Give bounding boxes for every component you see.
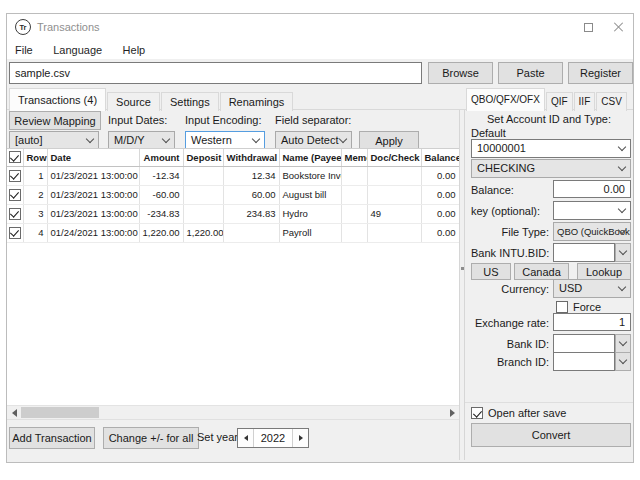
input-encoding-value: Western (191, 134, 232, 146)
cell-memo[interactable] (341, 166, 367, 185)
chevron-down-icon (618, 282, 626, 290)
cell-deposit[interactable]: 1,220.00 (183, 223, 223, 242)
paste-button[interactable]: Paste (498, 62, 563, 84)
cell-withdrawal[interactable]: 234.83 (223, 204, 279, 223)
cell-name[interactable]: August bill (279, 185, 341, 204)
file-path-input[interactable] (9, 62, 422, 84)
cell-row-number[interactable]: 2 (23, 185, 47, 204)
cell-withdrawal[interactable] (223, 223, 279, 242)
menu-file[interactable]: File (7, 42, 41, 58)
arrow-left-icon (12, 409, 17, 417)
cell-name[interactable]: Hydro (279, 204, 341, 223)
close-button[interactable] (603, 14, 633, 40)
canada-button[interactable]: Canada (514, 263, 569, 280)
cell-balance[interactable]: 0.00 (421, 185, 459, 204)
cell-amount[interactable]: -60.00 (139, 185, 183, 204)
scroll-left-button[interactable] (7, 406, 21, 419)
cell-doc-check[interactable] (367, 185, 421, 204)
intu-bid-input[interactable] (553, 243, 615, 262)
menu-help[interactable]: Help (115, 42, 154, 58)
exchange-rate-input[interactable] (553, 313, 631, 331)
bank-id-drop-button[interactable] (615, 334, 631, 353)
intu-bid-drop-button[interactable] (615, 243, 631, 262)
app-window: Tr Transactions File Language Help Brows… (6, 13, 634, 463)
title-bar: Tr Transactions (7, 14, 633, 40)
account-type-value: CHECKING (477, 162, 535, 174)
row-checkbox[interactable] (9, 227, 21, 239)
lookup-button[interactable]: Lookup (577, 263, 631, 280)
row-checkbox[interactable] (9, 189, 21, 201)
cell-memo[interactable] (341, 204, 367, 223)
chevron-down-icon (618, 162, 626, 170)
key-select[interactable] (553, 201, 631, 220)
cell-name[interactable]: Bookstore Invoice (279, 166, 341, 185)
branch-id-drop-button[interactable] (615, 352, 631, 371)
add-transaction-button[interactable]: Add Transaction (9, 427, 95, 449)
scroll-right-button[interactable] (445, 406, 459, 419)
bank-id-input[interactable] (553, 334, 615, 353)
input-encoding-label: Input Encoding: (185, 114, 261, 126)
register-button[interactable]: Register (568, 62, 633, 84)
cell-date[interactable]: 01/23/2021 13:00:00 (47, 204, 139, 223)
horizontal-scrollbar[interactable] (7, 405, 459, 419)
cell-deposit[interactable] (183, 166, 223, 185)
field-separator-label: Field separator: (275, 114, 351, 126)
tab-qbo-qfx-ofx[interactable]: QBO/QFX/OFX (466, 88, 545, 111)
cell-row-number[interactable]: 1 (23, 166, 47, 185)
tab-qif[interactable]: QIF (546, 92, 573, 111)
change-sign-button[interactable]: Change +/- for all (103, 427, 199, 449)
cell-row-number[interactable]: 4 (23, 223, 47, 242)
branch-id-input[interactable] (553, 352, 615, 371)
account-id-select[interactable]: 10000001 (471, 139, 631, 158)
cell-memo[interactable] (341, 223, 367, 242)
cell-withdrawal[interactable]: 60.00 (223, 185, 279, 204)
file-type-label: File Type: (465, 226, 549, 238)
cell-date[interactable]: 01/23/2021 13:00:00 (47, 166, 139, 185)
tab-csv[interactable]: CSV (596, 92, 627, 111)
cell-doc-check[interactable] (367, 166, 421, 185)
year-increment-button[interactable] (292, 429, 308, 447)
convert-button[interactable]: Convert (471, 423, 631, 447)
tab-transactions[interactable]: Transactions (4) (9, 88, 106, 111)
cell-name[interactable]: Payroll (279, 223, 341, 242)
force-checkbox[interactable] (556, 301, 568, 313)
balance-input[interactable] (553, 180, 631, 198)
menu-language[interactable]: Language (45, 42, 110, 58)
us-button[interactable]: US (471, 263, 511, 280)
review-mapping-button[interactable]: Review Mapping (9, 111, 101, 130)
select-all-checkbox[interactable] (9, 151, 21, 163)
cell-row-number[interactable]: 3 (23, 204, 47, 223)
cell-amount[interactable]: -12.34 (139, 166, 183, 185)
cell-withdrawal[interactable]: 12.34 (223, 166, 279, 185)
file-type-select[interactable]: QBO (QuickBooks) (553, 222, 631, 241)
cell-balance[interactable]: 0.00 (421, 223, 459, 242)
left-tab-group: Transactions (4) Source Settings Renamin… (9, 88, 294, 111)
cell-date[interactable]: 01/23/2021 13:00:00 (47, 185, 139, 204)
maximize-button[interactable] (573, 14, 603, 40)
scrollbar-thumb[interactable] (21, 407, 99, 418)
cell-doc-check[interactable]: 49 (367, 204, 421, 223)
cell-balance[interactable]: 0.00 (421, 166, 459, 185)
cell-date[interactable]: 01/24/2021 13:00:00 (47, 223, 139, 242)
tab-source[interactable]: Source (107, 92, 160, 111)
cell-amount[interactable]: -234.83 (139, 204, 183, 223)
open-after-save-checkbox[interactable] (471, 407, 483, 419)
cell-deposit[interactable] (183, 204, 223, 223)
table-row: 3 01/23/2021 13:00:00 -234.83 234.83 Hyd… (7, 204, 459, 223)
cell-amount[interactable]: 1,220.00 (139, 223, 183, 242)
account-type-select[interactable]: CHECKING (471, 159, 631, 178)
browse-button[interactable]: Browse (428, 62, 493, 84)
cell-doc-check[interactable] (367, 223, 421, 242)
year-decrement-button[interactable] (238, 429, 254, 447)
tab-renamings[interactable]: Renamings (220, 92, 294, 111)
row-checkbox[interactable] (9, 170, 21, 182)
cell-memo[interactable] (341, 185, 367, 204)
chevron-down-icon (618, 204, 626, 212)
tab-settings[interactable]: Settings (161, 92, 219, 111)
cell-deposit[interactable] (183, 185, 223, 204)
cell-balance[interactable]: 0.00 (421, 204, 459, 223)
currency-select[interactable]: USD (553, 279, 631, 298)
tab-iif[interactable]: IIF (574, 92, 596, 111)
chevron-down-icon (252, 134, 260, 142)
row-checkbox[interactable] (9, 208, 21, 220)
